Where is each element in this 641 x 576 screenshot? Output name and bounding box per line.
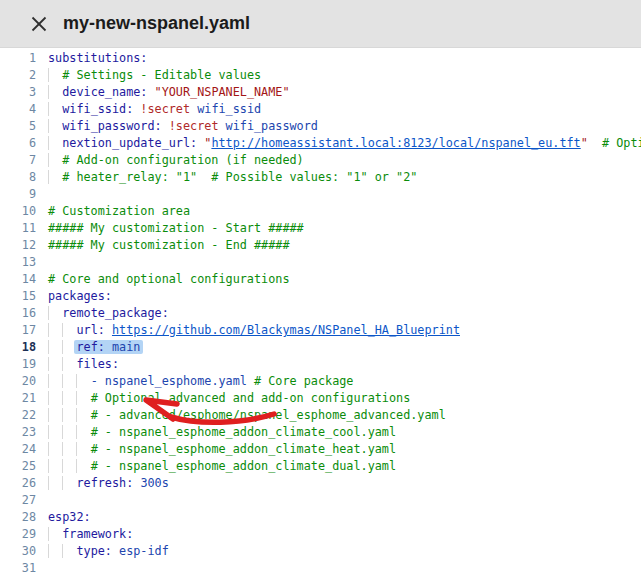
token-key: type:: [76, 544, 112, 558]
line-number: 24: [0, 441, 36, 458]
line-number: 30: [0, 543, 36, 560]
token-com: # Optional advanced and add-on configura…: [91, 391, 411, 405]
code-text: substitutions:: [36, 50, 147, 67]
code-text: # - advanced/esphome/nspanel_esphome_adv…: [36, 407, 446, 424]
token-lnk: http://homeassistant.local:8123/local/ns…: [211, 136, 580, 150]
token-ind: [62, 357, 76, 371]
code-line[interactable]: 10# Customization area: [0, 203, 641, 220]
code-text: nextion_update_url: "http://homeassistan…: [36, 135, 641, 152]
token-ind: [48, 425, 62, 439]
token-ind: [62, 425, 76, 439]
code-line[interactable]: 16 remote_package:: [0, 305, 641, 322]
code-line[interactable]: 20 - nspanel_esphome.yaml # Core package: [0, 373, 641, 390]
token-ind: [48, 544, 62, 558]
code-area[interactable]: 1substitutions:2 # Settings - Editable v…: [0, 48, 641, 576]
code-line[interactable]: 31: [0, 560, 641, 576]
code-line[interactable]: 8 # heater_relay: "1" # Possible values:…: [0, 169, 641, 186]
code-line[interactable]: 17 url: https://github.com/Blackymas/NSP…: [0, 322, 641, 339]
token-key: url:: [76, 323, 104, 337]
line-number: 18: [0, 339, 36, 356]
code-line[interactable]: 4 wifi_ssid: !secret wifi_ssid: [0, 101, 641, 118]
code-line[interactable]: 1substitutions:: [0, 50, 641, 67]
code-line[interactable]: 27: [0, 492, 641, 509]
code-line[interactable]: 3 device_name: "YOUR_NSPANEL_NAME": [0, 84, 641, 101]
token-com: ##### My customization - End #####: [48, 238, 289, 252]
token-tag: !secret: [140, 102, 190, 116]
code-line[interactable]: 9: [0, 186, 641, 203]
token-com: # Settings - Editable values: [62, 68, 261, 82]
token-val: - nspanel_esphome.yaml: [91, 374, 247, 388]
token-ind: [62, 391, 76, 405]
token-pl: [105, 323, 112, 337]
token-ind: [48, 408, 62, 422]
token-com: # Core package: [254, 374, 353, 388]
token-str: ": [581, 136, 588, 150]
code-text: # - nspanel_esphome_addon_climate_dual.y…: [36, 458, 396, 475]
token-ind: [76, 391, 90, 405]
code-text: # Optional advanced and add-on configura…: [36, 390, 410, 407]
code-text: # - nspanel_esphome_addon_climate_heat.y…: [36, 441, 396, 458]
code-text: # Customization area: [36, 203, 190, 220]
code-line[interactable]: 28esp32:: [0, 509, 641, 526]
code-line[interactable]: 12##### My customization - End #####: [0, 237, 641, 254]
code-line[interactable]: 26 refresh: 300s: [0, 475, 641, 492]
token-val: wifi_password: [226, 119, 318, 133]
token-ind: [62, 323, 76, 337]
code-line[interactable]: 15packages:: [0, 288, 641, 305]
token-ind: [76, 408, 90, 422]
line-number: 26: [0, 475, 36, 492]
code-line[interactable]: 5 wifi_password: !secret wifi_password: [0, 118, 641, 135]
code-line[interactable]: 11##### My customization - Start #####: [0, 220, 641, 237]
code-line[interactable]: 2 # Settings - Editable values: [0, 67, 641, 84]
line-number: 14: [0, 271, 36, 288]
token-ind: [48, 527, 62, 541]
line-number: 16: [0, 305, 36, 322]
code-text: wifi_ssid: !secret wifi_ssid: [36, 101, 261, 118]
code-text: esp32:: [36, 509, 91, 526]
token-com: # Add-on configuration (if needed): [62, 153, 303, 167]
code-line[interactable]: 24 # - nspanel_esphome_addon_climate_hea…: [0, 441, 641, 458]
token-lnk: https://github.com/Blackymas/NSPanel_HA_…: [112, 323, 460, 337]
code-line[interactable]: 25 # - nspanel_esphome_addon_climate_dua…: [0, 458, 641, 475]
code-line[interactable]: 14# Core and optional configurations: [0, 271, 641, 288]
token-ind: [76, 425, 90, 439]
code-text: # Add-on configuration (if needed): [36, 152, 304, 169]
code-line[interactable]: 13: [0, 254, 641, 271]
token-pl: [112, 544, 119, 558]
code-line[interactable]: 22 # - advanced/esphome/nspanel_esphome_…: [0, 407, 641, 424]
token-ind: [48, 340, 62, 354]
line-number: 20: [0, 373, 36, 390]
file-title: my-new-nspanel.yaml: [63, 13, 250, 34]
line-number: 2: [0, 67, 36, 84]
code-text: remote_package:: [36, 305, 169, 322]
token-pl: [218, 119, 225, 133]
token-ind: [62, 544, 76, 558]
code-line[interactable]: 6 nextion_update_url: "http://homeassist…: [0, 135, 641, 152]
code-line[interactable]: 29 framework:: [0, 526, 641, 543]
code-text: # heater_relay: "1" # Possible values: "…: [36, 169, 417, 186]
code-line[interactable]: 21 # Optional advanced and add-on config…: [0, 390, 641, 407]
line-number: 27: [0, 492, 36, 509]
code-text: refresh: 300s: [36, 475, 169, 492]
token-key: packages:: [48, 289, 112, 303]
selected-text: main: [105, 340, 144, 354]
code-text: [36, 560, 48, 576]
token-com: # - nspanel_esphome_addon_climate_cool.y…: [91, 425, 396, 439]
code-text: ref: main: [36, 339, 143, 356]
code-line[interactable]: 18 ref: main: [0, 339, 641, 356]
token-com: # Opti: [602, 136, 641, 150]
code-text: # Core and optional configurations: [36, 271, 289, 288]
code-line[interactable]: 7 # Add-on configuration (if needed): [0, 152, 641, 169]
close-icon[interactable]: [30, 15, 48, 33]
token-ind: [48, 442, 62, 456]
token-com: # Core and optional configurations: [48, 272, 289, 286]
token-ind: [48, 68, 62, 82]
code-line[interactable]: 30 type: esp-idf: [0, 543, 641, 560]
line-number: 5: [0, 118, 36, 135]
code-line[interactable]: 23 # - nspanel_esphome_addon_climate_coo…: [0, 424, 641, 441]
token-com: ##### My customization - Start #####: [48, 221, 304, 235]
token-com: # Customization area: [48, 204, 190, 218]
token-key: nextion_update_url:: [62, 136, 197, 150]
token-com: # heater_relay: "1" # Possible values: "…: [62, 170, 417, 184]
code-line[interactable]: 19 files:: [0, 356, 641, 373]
